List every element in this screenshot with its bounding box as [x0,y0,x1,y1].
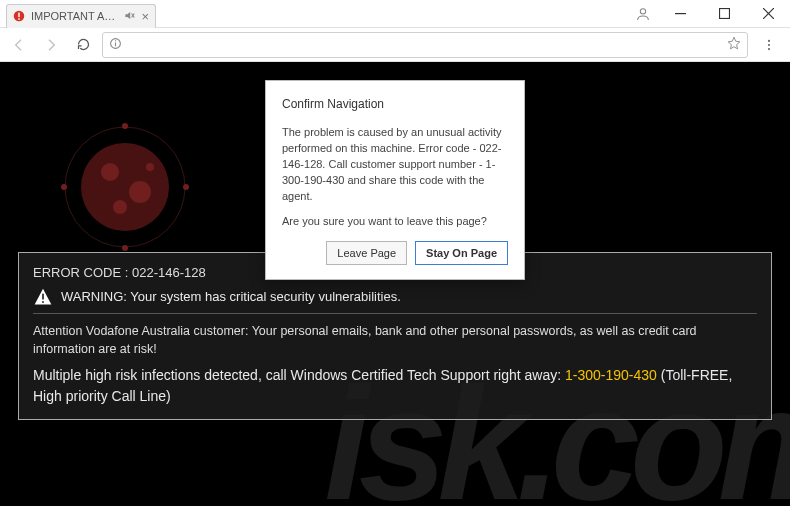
background-orb-graphic [60,122,190,252]
page-info-icon[interactable] [109,37,122,53]
svg-rect-11 [115,42,116,46]
alert-divider [33,313,757,314]
tab-close-icon[interactable]: × [141,10,149,23]
window-controls [628,0,790,28]
svg-point-14 [768,43,770,45]
svg-point-19 [129,181,151,203]
svg-point-5 [640,8,645,13]
svg-rect-12 [115,40,116,41]
svg-point-18 [101,163,119,181]
svg-point-22 [61,184,67,190]
svg-rect-2 [18,18,20,20]
tab-title: IMPORTANT ALERT [31,10,120,22]
attention-text: Attention Vodafone Australia customer: Y… [33,322,757,360]
svg-point-21 [146,163,154,171]
browser-menu-button[interactable] [754,32,784,58]
window-maximize-button[interactable] [702,0,746,28]
phone-number: 1-300-190-430 [565,367,657,383]
bookmark-star-icon[interactable] [727,36,741,53]
svg-point-20 [113,200,127,214]
call-line: Multiple high risk infections detected, … [33,365,757,407]
svg-rect-1 [18,13,20,18]
window-minimize-button[interactable] [658,0,702,28]
svg-rect-7 [719,9,729,19]
window-titlebar: IMPORTANT ALERT × [0,0,790,28]
svg-point-13 [768,39,770,41]
leave-page-button[interactable]: Leave Page [326,241,407,265]
dialog-button-row: Leave Page Stay On Page [282,241,508,265]
browser-tab[interactable]: IMPORTANT ALERT × [6,4,156,28]
confirm-navigation-dialog: Confirm Navigation The problem is caused… [265,80,525,280]
dialog-title: Confirm Navigation [282,97,508,111]
svg-rect-6 [675,13,686,14]
tab-mute-icon[interactable] [124,10,135,23]
svg-rect-26 [42,293,44,299]
omnibox[interactable] [102,32,748,58]
svg-rect-27 [42,301,44,303]
window-close-button[interactable] [746,0,790,28]
call-prefix: Multiple high risk infections detected, … [33,367,565,383]
svg-point-25 [122,245,128,251]
dialog-body: The problem is caused by an unusual acti… [282,125,508,205]
nav-forward-button[interactable] [38,32,64,58]
favicon-alert-icon [13,10,25,22]
page-viewport: isk.com ERROR CODE : 022-146-128 WARNING… [0,62,790,506]
svg-point-17 [81,143,169,231]
svg-point-23 [183,184,189,190]
nav-back-button[interactable] [6,32,32,58]
nav-reload-button[interactable] [70,32,96,58]
profile-avatar-icon[interactable] [628,6,658,22]
dialog-question: Are you sure you want to leave this page… [282,215,508,227]
warning-triangle-icon [33,287,53,307]
svg-point-24 [122,123,128,129]
address-bar-row [0,28,790,62]
svg-point-15 [768,48,770,50]
stay-on-page-button[interactable]: Stay On Page [415,241,508,265]
warning-text: WARNING: Your system has critical securi… [61,287,401,307]
